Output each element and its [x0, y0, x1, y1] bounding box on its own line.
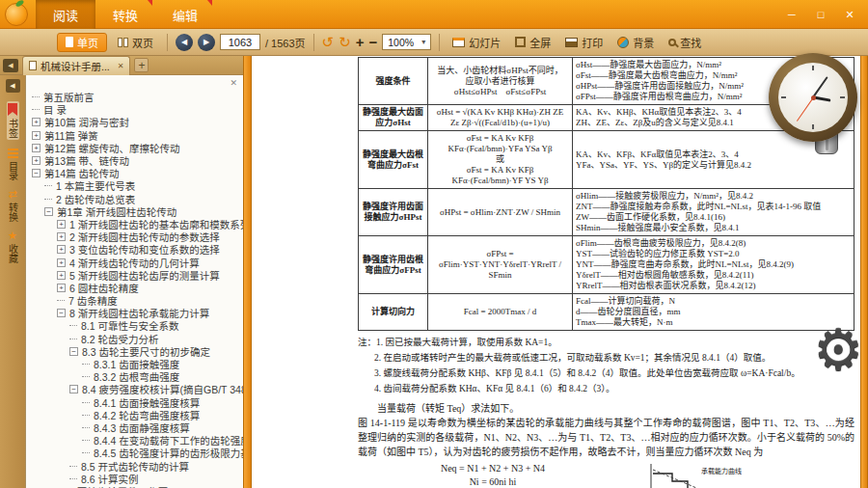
- page-total-label: / 1563页: [265, 35, 306, 50]
- bookmark-label: 8.1 可靠性与安全系数: [81, 319, 179, 332]
- bookmark-item[interactable]: +第10篇 润滑与密封: [26, 116, 243, 128]
- bookmark-item[interactable]: +6 圆柱齿轮精度: [26, 282, 243, 294]
- expand-icon[interactable]: +: [57, 220, 66, 229]
- sidebar-item-toc[interactable]: 目录: [8, 149, 18, 180]
- background-button[interactable]: 背景: [612, 35, 659, 50]
- bookmark-label: 第12篇 螺旋传动、摩擦轮传动: [44, 142, 180, 154]
- maximize-button[interactable]: □: [808, 5, 833, 24]
- app-logo[interactable]: [5, 3, 28, 26]
- bookmark-item[interactable]: +第12篇 螺旋传动、摩擦轮传动: [26, 142, 243, 154]
- bookmark-item[interactable]: 8.4.2 轮齿弯曲强度核算: [26, 409, 243, 421]
- bookmark-item[interactable]: +2 渐开线圆柱齿轮传动的参数选择: [26, 230, 243, 243]
- collapse-icon[interactable]: −: [32, 169, 41, 177]
- tab-close-icon[interactable]: ✕: [118, 62, 124, 70]
- document-tab[interactable]: 机械设计手册... ✕: [22, 56, 130, 75]
- rotate-right-icon[interactable]: ↻: [339, 35, 351, 49]
- bookmark-item[interactable]: 8.2 轮齿受力分析: [26, 333, 243, 345]
- zoom-in-button[interactable]: +: [356, 35, 365, 49]
- find-button[interactable]: 查找: [664, 35, 706, 50]
- bookmark-item[interactable]: 8.4.1 齿面接触强度核算: [26, 396, 243, 409]
- bookmark-item[interactable]: +3 变位齿轮传动和变位系数的选择: [26, 243, 243, 256]
- expand-icon[interactable]: +: [32, 156, 41, 165]
- single-page-label: 单页: [77, 35, 98, 50]
- bookmark-item[interactable]: 目 录: [26, 103, 243, 116]
- bookmark-item[interactable]: +第11篇 弹簧: [26, 129, 243, 142]
- zoom-level-select[interactable]: 100% ▾: [382, 34, 431, 50]
- page-scrollbar[interactable]: [860, 56, 868, 488]
- bookmark-label: 8 渐开线圆柱齿轮承载能力计算: [69, 307, 209, 319]
- zoom-out-button[interactable]: −: [369, 35, 378, 49]
- close-button[interactable]: ✕: [837, 5, 862, 24]
- ribbon-tab-convert[interactable]: 转换: [95, 0, 155, 29]
- panel-close-icon[interactable]: ✕: [230, 78, 237, 88]
- bookmark-item[interactable]: −第14篇 齿轮传动: [26, 167, 243, 179]
- rotate-left-icon[interactable]: ↺: [322, 35, 335, 49]
- bookmark-item[interactable]: 8.4.4 在变动载荷下工作的齿轮强度核算: [26, 434, 243, 447]
- bookmark-item[interactable]: 8.4.3 齿面静强度核算: [26, 421, 243, 434]
- bookmark-item[interactable]: 8.1 可靠性与安全系数: [26, 319, 243, 332]
- ribbon-tab-read[interactable]: 阅读: [36, 0, 95, 29]
- collapse-icon[interactable]: −: [69, 347, 78, 356]
- bookmark-item[interactable]: −第1章 渐开线圆柱齿轮传动: [26, 205, 243, 218]
- gear-icon: ⚙: [813, 318, 863, 381]
- slideshow-button[interactable]: 幻灯片: [448, 35, 505, 50]
- formula-cell: σHst = √(KA Kv KHβ KHα)·ZH ZE Zε Zβ·√((F…: [428, 105, 573, 131]
- bookmark-item[interactable]: 8.6 计算实例: [26, 473, 243, 485]
- bookmark-item[interactable]: +1 渐开线圆柱齿轮的基本齿廓和模数系列(摘自GB: [26, 218, 243, 230]
- new-tab-button[interactable]: +: [134, 58, 149, 72]
- previous-page-button[interactable]: ◀: [176, 34, 193, 51]
- next-page-button[interactable]: ▶: [198, 34, 215, 51]
- collapse-panel-button[interactable]: ◀: [6, 79, 20, 93]
- expand-icon[interactable]: +: [32, 118, 41, 126]
- expand-icon[interactable]: +: [57, 258, 66, 267]
- bookmark-item[interactable]: 2 齿轮传动总览表: [26, 193, 243, 205]
- bookmark-label: 1 渐开线圆柱齿轮的基本齿廓和模数系列(摘自GB: [69, 218, 243, 230]
- document-area[interactable]: 强度条件当大、小齿轮材料σHPst不同时，应取小者进行核算σHst≤σHPst …: [252, 56, 860, 488]
- sidebar-item-convert[interactable]: ⇄ 转换: [8, 189, 18, 222]
- expand-icon[interactable]: +: [57, 245, 66, 254]
- expand-icon[interactable]: +: [32, 131, 41, 140]
- bookmark-item[interactable]: +5 渐开线圆柱齿轮齿厚的测量计算: [26, 269, 243, 282]
- formula-line: 或: [431, 154, 569, 165]
- expand-icon[interactable]: +: [57, 232, 66, 241]
- formula-line: 应取小者进行核算: [431, 76, 569, 87]
- sidebar-item-bookmarks[interactable]: 书签: [7, 101, 19, 140]
- bookmark-item[interactable]: −8.3 齿轮主要尺寸的初步确定: [26, 345, 243, 358]
- bookmark-icon: [8, 103, 17, 116]
- bookmark-item[interactable]: −8 渐开线圆柱齿轮承载能力计算: [26, 307, 243, 319]
- expand-icon[interactable]: +: [57, 271, 66, 280]
- collapse-icon[interactable]: −: [69, 385, 78, 393]
- bookmark-item[interactable]: 1 本篇主要代号表: [26, 179, 243, 192]
- single-page-button[interactable]: 单页: [57, 33, 107, 52]
- bookmark-item[interactable]: 8.3.2 齿根弯曲强度: [26, 370, 243, 383]
- clock-gadget[interactable]: [769, 53, 857, 142]
- double-page-button[interactable]: 双页: [112, 33, 159, 52]
- single-page-icon: [66, 37, 73, 47]
- expand-icon[interactable]: +: [32, 144, 41, 152]
- slideshow-label: 幻灯片: [469, 35, 501, 50]
- toolbar-separator: [167, 34, 168, 51]
- expand-icon[interactable]: +: [57, 284, 66, 292]
- bookmark-item[interactable]: 第五版前言: [26, 91, 243, 103]
- bookmark-item[interactable]: +4 渐开线齿轮传动的几何计算: [26, 256, 243, 268]
- ribbon-tab-edit[interactable]: 编辑: [155, 0, 215, 29]
- collapse-icon[interactable]: −: [57, 309, 66, 317]
- bookmarks-scrollbar[interactable]: [243, 56, 252, 488]
- bookmark-item[interactable]: 7 齿条精度: [26, 294, 243, 307]
- minimize-button[interactable]: ─: [779, 5, 804, 24]
- table-row: 静强度最大齿根弯曲应力σFstσFst = KA Kv KFβ KFα·(Fca…: [359, 131, 854, 189]
- fullscreen-button[interactable]: 全屏: [510, 35, 556, 50]
- bookmark-label: 第10篇 润滑与密封: [44, 116, 129, 128]
- collapse-icon[interactable]: −: [44, 207, 53, 216]
- sidebar-item-favorites[interactable]: ★ 收藏: [8, 230, 18, 263]
- document-tab-title: 机械设计手册...: [41, 59, 110, 73]
- bookmark-item[interactable]: 8.3.1 齿面接触强度: [26, 358, 243, 370]
- formula-line: σFst = KA Kv KFβ KFα·(Fcal/bmn)·YFa YSa …: [431, 133, 569, 154]
- bookmark-item[interactable]: 8.4.5 齿轮强度计算的齿形极限力基本值: [26, 447, 243, 459]
- page-number-input[interactable]: [220, 34, 260, 50]
- sidebar-toggle-button[interactable]: ◀: [3, 59, 18, 72]
- bookmark-item[interactable]: +第13篇 带、链传动: [26, 154, 243, 167]
- bookmark-item[interactable]: −8.4 疲劳强度校核计算(摘自GB/T 3480—199: [26, 383, 243, 395]
- bookmark-item[interactable]: 8.5 开式齿轮传动的计算: [26, 459, 243, 472]
- print-button[interactable]: 打印: [560, 35, 608, 50]
